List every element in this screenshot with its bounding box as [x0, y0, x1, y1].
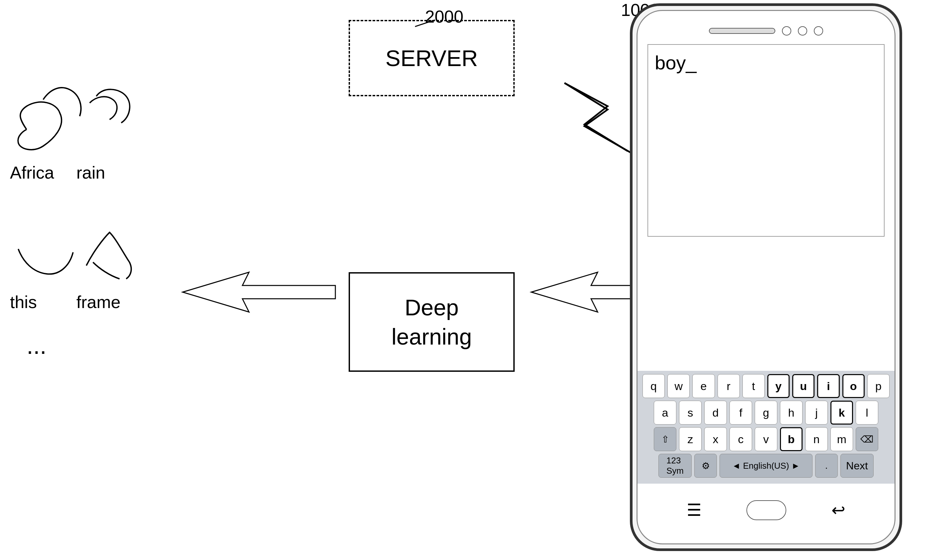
key-o[interactable]: o	[842, 374, 865, 398]
key-a[interactable]: a	[654, 401, 676, 425]
key-e[interactable]: e	[692, 374, 714, 398]
svg-marker-1	[531, 272, 641, 312]
nav-menu-icon[interactable]: ☰	[686, 501, 702, 520]
key-123-sym[interactable]: 123Sym	[659, 454, 692, 478]
key-next[interactable]: Next	[840, 454, 874, 478]
key-n[interactable]: n	[805, 427, 828, 451]
key-c[interactable]: c	[730, 427, 752, 451]
keyboard-row-2: a s d f g h j k l	[642, 401, 890, 425]
key-x[interactable]: x	[704, 427, 727, 451]
key-period[interactable]: .	[815, 454, 838, 478]
key-p[interactable]: p	[867, 374, 890, 398]
server-box: SERVER	[349, 20, 515, 96]
nav-home-button[interactable]	[747, 500, 786, 520]
dots-label: ...	[26, 332, 46, 359]
phone-inner: boy_ q w e r t y u i o p	[637, 10, 896, 545]
gesture-frame-drawing	[86, 232, 131, 279]
phone-text-area[interactable]: boy_	[648, 44, 885, 237]
key-y[interactable]: y	[767, 374, 790, 398]
phone-front-cam	[814, 26, 823, 35]
key-backspace[interactable]: ⌫	[856, 427, 878, 451]
arrow-deep-learning-to-phone	[531, 272, 641, 312]
gesture-rain-drawing	[90, 89, 130, 123]
key-b[interactable]: b	[780, 427, 802, 451]
keyboard-row-4: 123Sym ⚙ ◄ English(US) ► . Next	[642, 454, 890, 478]
phone-typed-text: boy_	[655, 52, 697, 73]
key-r[interactable]: r	[717, 374, 740, 398]
nav-back-icon[interactable]: ↩	[831, 501, 845, 520]
gesture-this-label: this	[10, 292, 37, 312]
svg-marker-0	[183, 272, 336, 312]
key-w[interactable]: w	[667, 374, 690, 398]
key-m[interactable]: m	[830, 427, 853, 451]
key-j[interactable]: j	[805, 401, 828, 425]
gesture-africa-drawing	[18, 88, 81, 150]
key-u[interactable]: u	[792, 374, 814, 398]
key-q[interactable]: q	[642, 374, 665, 398]
key-s[interactable]: s	[679, 401, 702, 425]
keyboard-row-3: ⇧ z x c v b n m ⌫	[642, 427, 890, 451]
phone-top-bar	[637, 21, 894, 41]
key-l[interactable]: l	[856, 401, 878, 425]
deep-learning-label: Deep learning	[391, 293, 472, 352]
server-label: SERVER	[385, 45, 478, 71]
gesture-rain-label: rain	[76, 163, 105, 183]
key-v[interactable]: v	[755, 427, 777, 451]
arrow-gestures-to-deep-learning	[183, 272, 336, 312]
key-z[interactable]: z	[679, 427, 702, 451]
key-shift[interactable]: ⇧	[654, 427, 676, 451]
phone-body: boy_ q w e r t y u i o p	[630, 3, 902, 551]
key-f[interactable]: f	[730, 401, 752, 425]
key-k[interactable]: k	[830, 401, 853, 425]
key-h[interactable]: h	[780, 401, 802, 425]
key-gear[interactable]: ⚙	[694, 454, 717, 478]
gesture-this-drawing	[18, 249, 73, 274]
keyboard-row-1: q w e r t y u i o p	[642, 374, 890, 398]
phone-speaker	[709, 28, 775, 34]
phone-container: boy_ q w e r t y u i o p	[630, 3, 902, 551]
key-d[interactable]: d	[704, 401, 727, 425]
gesture-frame-label: frame	[76, 292, 120, 312]
lightning-bolt-server-to-phone	[565, 83, 631, 153]
diagram-container: 2000 1000 SERVER Deep learning Africa ra…	[0, 0, 942, 560]
phone-bottom-nav: ☰ ↩	[637, 487, 894, 534]
key-t[interactable]: t	[742, 374, 765, 398]
key-g[interactable]: g	[755, 401, 777, 425]
key-language[interactable]: ◄ English(US) ►	[720, 454, 813, 478]
phone-camera-dot	[782, 26, 791, 35]
deep-learning-box: Deep learning	[349, 272, 515, 372]
gesture-africa-label: Africa	[10, 163, 54, 183]
key-i[interactable]: i	[817, 374, 839, 398]
phone-camera-dot2	[798, 26, 807, 35]
keyboard: q w e r t y u i o p a s	[637, 371, 894, 484]
